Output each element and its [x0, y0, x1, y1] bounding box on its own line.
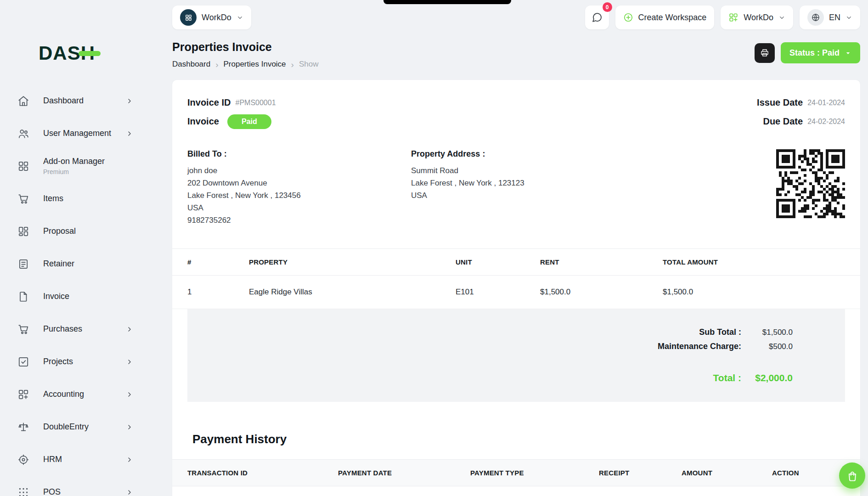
workdo-menu-button[interactable]: WorkDo: [721, 6, 793, 29]
create-workspace-label: Create Workspace: [638, 13, 707, 23]
sidebar-item-label: Invoice: [43, 292, 69, 301]
sidebar-item-label: POS: [43, 487, 61, 496]
status-dropdown-button[interactable]: Status : Paid: [781, 42, 860, 63]
check-square-icon: [17, 356, 29, 368]
cart-icon: [17, 323, 29, 335]
message-icon: [592, 12, 603, 23]
cell-property: Eagle Ridge Villas: [234, 275, 440, 309]
print-button[interactable]: [755, 43, 775, 63]
workspace-switcher[interactable]: WorkDo: [172, 6, 251, 29]
col-header-unit: UNIT: [440, 248, 525, 275]
status-dropdown-label: Status : Paid: [789, 48, 840, 58]
sidebar-item-label: Accounting: [43, 389, 84, 399]
cell-num: 1: [172, 275, 234, 309]
issue-date-label: Issue Date: [757, 97, 803, 108]
sidebar-item-invoice[interactable]: Invoice: [0, 280, 157, 313]
issue-date-value: 24-01-2024: [807, 99, 845, 107]
page-title: Properties Invoice: [172, 40, 318, 54]
billed-to-block: Billed To : john doe 202 Downtown Avenue…: [187, 149, 411, 226]
sidebar-item-pos[interactable]: POS: [0, 476, 157, 496]
chevron-right-icon: [126, 423, 133, 431]
cell-receipt: [584, 486, 666, 496]
total-row: Total : $2,000.0: [187, 372, 793, 383]
sidebar-item-retainer[interactable]: Retainer: [0, 248, 157, 280]
scale-icon: [17, 421, 29, 433]
subtotal-row: Sub Total : $1,500.0: [187, 327, 793, 337]
floating-cart-button[interactable]: [839, 462, 865, 489]
invoice-id-value: #PMS00001: [235, 99, 276, 107]
main-area: WorkDo 0 Create Workspace WorkDo: [157, 0, 868, 496]
breadcrumb-properties-invoice[interactable]: Properties Invoice: [224, 60, 286, 69]
subtotal-value: $1,500.0: [747, 328, 793, 337]
cart-icon: [17, 193, 29, 205]
cell-amount: $2,000.0: [666, 486, 757, 496]
property-address-label: Property Address :: [411, 149, 635, 159]
chevron-down-icon: [237, 14, 243, 21]
grid-icon: [17, 160, 29, 172]
users-icon: [17, 128, 29, 140]
workspace-label: WorkDo: [202, 13, 231, 23]
invoice-id-label: Invoice ID: [187, 97, 231, 108]
sidebar-item-doubleentry[interactable]: DoubleEntry: [0, 411, 157, 443]
workdo-logo-icon: [180, 9, 197, 26]
maintenance-value: $500.0: [747, 342, 793, 351]
invoice-status-row: Invoice Paid Due Date 24-02-2024: [172, 114, 860, 129]
invoice-label: Invoice: [187, 116, 219, 127]
language-selector[interactable]: EN: [800, 6, 860, 29]
app-root: DASH Dashboard User Management Add-on Ma…: [0, 0, 868, 496]
chevron-separator-icon: ›: [215, 60, 218, 69]
payment-header-row: TRANSACTION ID PAYMENT DATE PAYMENT TYPE…: [172, 459, 860, 486]
col-header-rent: RENT: [525, 248, 648, 275]
subtotal-label: Sub Total :: [699, 327, 741, 337]
items-header-row: # PROPERTY UNIT RENT TOTAL AMOUNT: [172, 248, 860, 275]
logo-dash-icon: [79, 51, 101, 56]
dash-logo: DASH: [39, 42, 157, 64]
col-header-num: #: [172, 248, 234, 275]
sidebar-item-addon-manager[interactable]: Add-on Manager Premium: [0, 150, 157, 182]
col-header-transaction-id: TRANSACTION ID: [172, 459, 323, 486]
sidebar-item-dashboard[interactable]: Dashboard: [0, 85, 157, 117]
sidebar-item-label: User Management: [43, 129, 111, 138]
property-address-line: USA: [411, 189, 635, 202]
chevron-right-icon: [126, 391, 133, 398]
sidebar-item-text: Add-on Manager Premium: [43, 157, 105, 175]
chevron-separator-icon: ›: [291, 60, 294, 69]
sidebar-item-items[interactable]: Items: [0, 182, 157, 215]
create-workspace-button[interactable]: Create Workspace: [615, 6, 715, 29]
dots-grid-icon: [17, 486, 29, 496]
messages-button[interactable]: 0: [585, 6, 609, 29]
sidebar-item-user-management[interactable]: User Management: [0, 117, 157, 150]
chevron-down-icon: [778, 14, 785, 21]
sidebar-item-label: Purchases: [43, 324, 82, 334]
sidebar-item-label: HRM: [43, 455, 62, 464]
status-badge: Paid: [227, 114, 271, 129]
sidebar-item-proposal[interactable]: Proposal: [0, 215, 157, 248]
col-header-total: TOTAL AMOUNT: [648, 248, 860, 275]
sidebar-item-hrm[interactable]: HRM: [0, 443, 157, 476]
globe-icon: [807, 9, 824, 26]
sidebar-item-sublabel: Premium: [43, 168, 105, 175]
browser-strip: [383, 0, 511, 4]
col-header-amount: AMOUNT: [666, 459, 757, 486]
address-row: Billed To : john doe 202 Downtown Avenue…: [172, 149, 860, 226]
chevron-right-icon: [126, 326, 133, 333]
chevron-right-icon: [126, 489, 133, 496]
due-date-value: 24-02-2024: [807, 118, 845, 126]
cell-transaction-id: 00001: [172, 486, 323, 496]
layout-icon: [17, 225, 29, 237]
sidebar-item-label: Items: [43, 194, 63, 203]
sidebar-item-projects[interactable]: Projects: [0, 345, 157, 378]
chevron-right-icon: [126, 358, 133, 366]
table-row: 1 Eagle Ridge Villas E101 $1,500.0 $1,50…: [172, 275, 860, 309]
invoice-card: Invoice ID #PMS00001 Issue Date 24-01-20…: [172, 80, 860, 496]
payment-history-title: Payment History: [192, 432, 860, 446]
breadcrumb-dashboard[interactable]: Dashboard: [172, 60, 210, 69]
col-header-payment-date: PAYMENT DATE: [323, 459, 455, 486]
billed-to-line: 9182735262: [187, 214, 411, 226]
billed-to-line: 202 Downtown Avenue: [187, 177, 411, 189]
chevron-right-icon: [126, 130, 133, 137]
sidebar-item-purchases[interactable]: Purchases: [0, 313, 157, 345]
sidebar-item-label: Dashboard: [43, 96, 84, 106]
sidebar-item-accounting[interactable]: Accounting: [0, 378, 157, 411]
topbar-right: 0 Create Workspace WorkDo EN: [585, 6, 860, 29]
